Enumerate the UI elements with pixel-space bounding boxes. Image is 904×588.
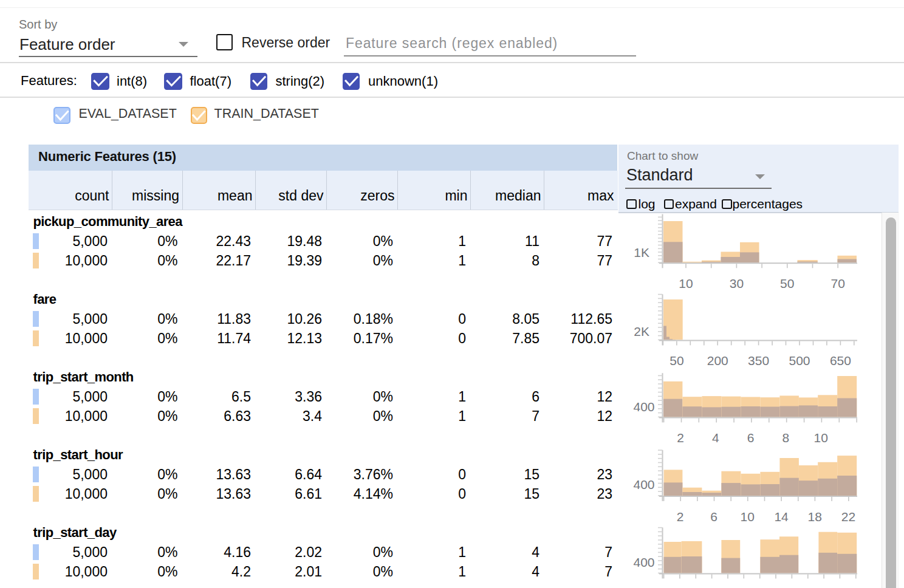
svg-text:400: 400 [633,477,654,491]
svg-text:70: 70 [831,276,845,290]
svg-text:2: 2 [677,431,684,445]
svg-text:400: 400 [633,555,654,569]
svg-text:1K: 1K [634,245,649,259]
svg-text:400: 400 [633,400,654,414]
svg-text:350: 350 [748,354,769,368]
svg-text:18: 18 [808,510,822,524]
svg-text:30: 30 [730,276,744,290]
svg-text:10: 10 [814,431,828,445]
svg-text:2: 2 [677,510,684,524]
svg-text:14: 14 [774,510,789,524]
svg-text:10: 10 [679,276,693,290]
svg-text:50: 50 [780,276,794,290]
svg-text:6: 6 [747,431,755,445]
svg-text:50: 50 [669,354,683,368]
svg-text:22: 22 [841,510,855,524]
svg-text:200: 200 [707,354,728,368]
svg-text:6: 6 [710,510,717,524]
svg-text:10: 10 [741,510,755,524]
svg-text:2K: 2K [634,324,649,338]
svg-text:4: 4 [712,431,719,445]
svg-text:8: 8 [782,431,790,445]
svg-text:500: 500 [789,354,810,368]
svg-text:650: 650 [830,354,851,368]
